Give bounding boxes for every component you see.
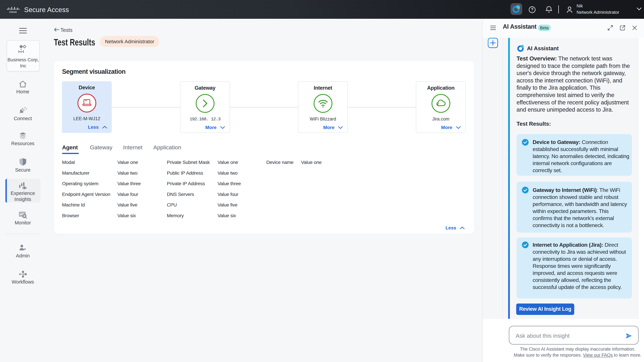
svg-text:cisco: cisco: [10, 10, 17, 13]
